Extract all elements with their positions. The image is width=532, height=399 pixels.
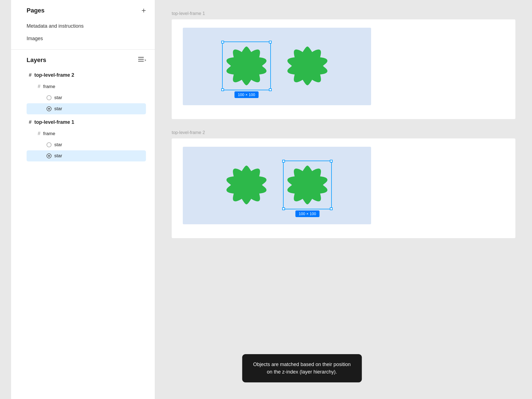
hash-icon: # bbox=[38, 131, 40, 137]
frame-label-2: top-level-frame 2 bbox=[172, 130, 515, 135]
star-right-wrapper-2[interactable]: 100 × 100 bbox=[285, 163, 330, 208]
layer-name: top-level-frame 1 bbox=[34, 119, 74, 125]
handle-tl-2[interactable] bbox=[282, 160, 285, 163]
layer-frame-1[interactable]: # frame bbox=[27, 128, 146, 139]
frame-section-2: top-level-frame 2 bbox=[172, 130, 515, 238]
handle-bl-2[interactable] bbox=[282, 207, 285, 210]
layers-header: Layers × bbox=[27, 56, 146, 64]
canvas-area: top-level-frame 1 100 × 100 bbox=[155, 0, 532, 399]
layer-name: star bbox=[54, 95, 62, 101]
hash-icon: # bbox=[38, 84, 40, 89]
size-badge-2: 100 × 100 bbox=[295, 210, 320, 217]
layers-section: Layers × # top-level-frame 2 # frame bbox=[11, 50, 155, 399]
handle-bl[interactable] bbox=[221, 88, 224, 91]
frame-inner-2: 100 × 100 bbox=[183, 147, 371, 224]
layer-star-1a[interactable]: star bbox=[27, 139, 146, 150]
handle-tr[interactable] bbox=[269, 41, 272, 43]
layer-top-level-frame-1[interactable]: # top-level-frame 1 bbox=[27, 117, 146, 128]
layer-name: star bbox=[54, 153, 62, 159]
circle-icon bbox=[47, 142, 52, 147]
sidebar-strip bbox=[0, 0, 11, 399]
page-item-images[interactable]: Images bbox=[27, 32, 146, 45]
layer-star-2a[interactable]: star bbox=[27, 92, 146, 103]
star-left-wrapper-1[interactable]: 100 × 100 bbox=[224, 44, 269, 89]
pages-section: Pages + Metadata and instructions Images bbox=[11, 0, 155, 50]
layer-name: star bbox=[54, 106, 62, 112]
layer-star-2b-selected[interactable]: star bbox=[27, 103, 146, 114]
frame-canvas-1[interactable]: 100 × 100 bbox=[172, 19, 515, 119]
tooltip-line2: on the z-index (layer hierarchy). bbox=[267, 369, 337, 375]
layer-frame-2[interactable]: # frame bbox=[27, 81, 146, 92]
handle-br[interactable] bbox=[269, 88, 272, 91]
star-svg-right-1 bbox=[285, 44, 330, 88]
add-page-button[interactable]: + bbox=[142, 7, 146, 14]
frame-label-1: top-level-frame 1 bbox=[172, 11, 515, 16]
handle-br-2[interactable] bbox=[330, 207, 333, 210]
layer-name: star bbox=[54, 142, 62, 148]
layer-star-1b-selected[interactable]: star bbox=[27, 150, 146, 161]
layer-name: frame bbox=[43, 131, 55, 137]
layer-top-level-frame-2[interactable]: # top-level-frame 2 bbox=[27, 69, 146, 81]
pages-header: Pages + bbox=[27, 7, 146, 14]
star-left-wrapper-2[interactable] bbox=[224, 163, 269, 208]
star-svg-left-1 bbox=[224, 44, 269, 88]
frame-inner-1: 100 × 100 bbox=[183, 28, 371, 105]
handle-tl[interactable] bbox=[221, 41, 224, 43]
star-svg-left-2 bbox=[224, 163, 269, 207]
layer-name: frame bbox=[43, 84, 55, 89]
layer-group-tlf2: # top-level-frame 2 # frame star star bbox=[27, 69, 146, 114]
svg-text:×: × bbox=[144, 58, 146, 62]
hash-icon: # bbox=[29, 72, 32, 78]
tooltip-line1: Objects are matched based on their posit… bbox=[253, 362, 351, 367]
star-right-wrapper-1[interactable] bbox=[285, 44, 330, 89]
star-svg-right-2 bbox=[285, 163, 330, 207]
size-badge-1: 100 × 100 bbox=[235, 91, 259, 98]
collapse-icon: × bbox=[138, 56, 146, 62]
left-panel: Pages + Metadata and instructions Images… bbox=[11, 0, 155, 399]
frame-canvas-2[interactable]: 100 × 100 bbox=[172, 138, 515, 238]
frame-section-1: top-level-frame 1 100 × 100 bbox=[172, 11, 515, 119]
circle-icon bbox=[47, 95, 52, 100]
pages-title: Pages bbox=[27, 7, 45, 14]
collapse-layers-button[interactable]: × bbox=[138, 56, 146, 64]
handle-tr-2[interactable] bbox=[330, 160, 333, 163]
circle-dot-icon bbox=[47, 106, 52, 111]
page-item-metadata[interactable]: Metadata and instructions bbox=[27, 20, 146, 32]
layers-title: Layers bbox=[27, 56, 46, 64]
hash-icon: # bbox=[29, 119, 32, 125]
circle-dot-icon bbox=[47, 153, 52, 158]
layer-name: top-level-frame 2 bbox=[34, 72, 74, 78]
tooltip: Objects are matched based on their posit… bbox=[242, 354, 362, 382]
layer-group-tlf1: # top-level-frame 1 # frame star star bbox=[27, 117, 146, 161]
